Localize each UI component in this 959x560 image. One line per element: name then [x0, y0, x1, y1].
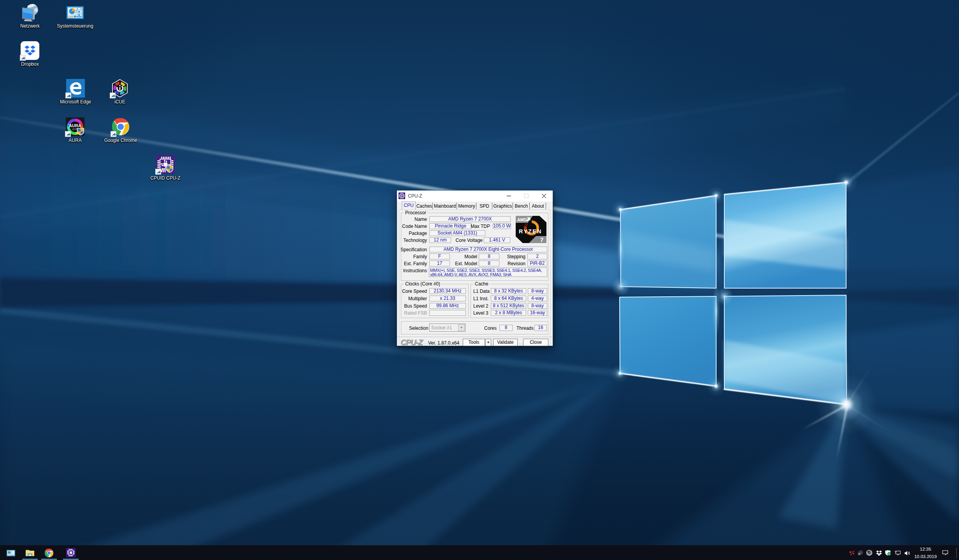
- svg-text:RYZEN: RYZEN: [519, 228, 542, 234]
- svg-text:AMD: AMD: [517, 217, 527, 222]
- svg-text:AURA: AURA: [69, 123, 81, 128]
- svg-text:7: 7: [540, 236, 543, 243]
